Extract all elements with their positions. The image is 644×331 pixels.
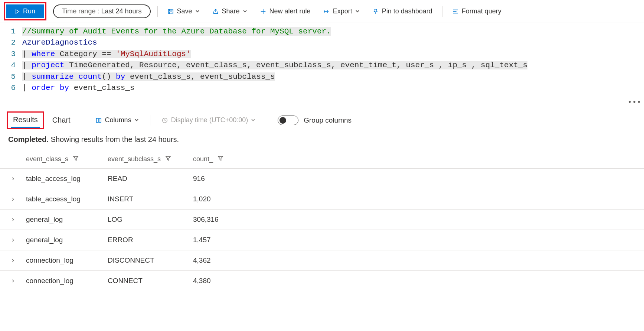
filter-icon[interactable]	[165, 155, 171, 163]
line-number: 5	[0, 71, 22, 82]
results-toolbar: Results Chart Columns Display time (UTC+…	[0, 109, 644, 129]
cell-event-subclass: LOG	[108, 215, 193, 224]
columns-label: Columns	[105, 116, 131, 124]
results-tab-highlight-box: Results	[7, 111, 44, 129]
group-columns-control: Group columns	[278, 116, 352, 125]
query-toolbar: Run Time range : Last 24 hours Save Shar…	[0, 0, 644, 23]
header-event-class: event_class_s	[26, 155, 68, 163]
expand-icon[interactable]: ›	[0, 256, 26, 264]
cell-event-subclass: ERROR	[108, 236, 193, 244]
new-alert-label: New alert rule	[269, 7, 311, 15]
table-row[interactable]: ›connection_logDISCONNECT4,362	[0, 250, 644, 271]
time-range-picker[interactable]: Time range : Last 24 hours	[53, 4, 150, 18]
header-count: count_	[193, 155, 213, 163]
cell-count: 306,316	[193, 215, 260, 224]
expand-icon[interactable]: ›	[0, 277, 26, 285]
svg-rect-4	[99, 118, 101, 122]
expand-icon[interactable]: ›	[0, 236, 26, 244]
pin-button[interactable]: Pin to dashboard	[369, 6, 435, 17]
run-label: Run	[23, 7, 35, 15]
svg-rect-2	[169, 12, 172, 13]
new-alert-button[interactable]: New alert rule	[257, 6, 314, 17]
cell-event-subclass: CONNECT	[108, 277, 193, 285]
more-menu[interactable]: • • •	[628, 98, 640, 106]
clock-icon	[161, 117, 168, 124]
save-icon	[167, 8, 174, 15]
header-event-subclass: event_subclass_s	[108, 155, 161, 163]
table-row[interactable]: ›connection_logCONNECT4,380	[0, 271, 644, 291]
table-row[interactable]: ›table_access_logREAD916	[0, 169, 644, 189]
cell-event-class: connection_log	[26, 256, 108, 265]
separator	[84, 115, 84, 126]
cell-count: 916	[193, 175, 260, 183]
display-time-button[interactable]: Display time (UTC+00:00)	[161, 116, 256, 124]
cell-count: 1,457	[193, 236, 260, 244]
expand-icon[interactable]: ›	[0, 215, 26, 223]
separator	[150, 115, 150, 126]
save-label: Save	[177, 7, 192, 15]
toggle-knob	[279, 117, 286, 124]
cell-event-class: connection_log	[26, 277, 108, 285]
cell-count: 4,362	[193, 256, 260, 265]
svg-rect-3	[96, 118, 98, 122]
play-icon	[15, 9, 20, 14]
svg-rect-1	[169, 9, 172, 11]
query-editor[interactable]: 1//Summary of Audit Events for the Azure…	[0, 23, 644, 109]
svg-rect-0	[168, 9, 173, 14]
columns-icon	[95, 117, 102, 124]
line-number: 1	[0, 26, 22, 37]
chevron-down-icon	[134, 116, 139, 124]
time-range-label: Time range :	[62, 7, 99, 15]
columns-button[interactable]: Columns	[95, 116, 139, 124]
separator	[157, 6, 158, 17]
save-button[interactable]: Save	[164, 6, 203, 17]
pin-label: Pin to dashboard	[382, 7, 432, 15]
cell-event-class: general_log	[26, 236, 108, 244]
cell-count: 1,020	[193, 195, 260, 203]
line-number: 4	[0, 60, 22, 71]
code-line: | summarize count() by event_class_s, ev…	[22, 71, 275, 82]
code-text: AzureDiagnostics	[22, 38, 97, 47]
cell-event-subclass: INSERT	[108, 195, 193, 203]
separator	[442, 6, 442, 17]
export-button[interactable]: Export	[320, 6, 363, 17]
code-comment: //Summary of Audit Events for the Azure …	[22, 27, 331, 36]
line-number: 6	[0, 82, 22, 94]
format-button[interactable]: Format query	[449, 6, 504, 17]
cell-event-class: table_access_log	[26, 195, 108, 203]
status-text: Completed. Showing results from the last…	[0, 129, 644, 150]
cell-event-subclass: READ	[108, 175, 193, 183]
filter-icon[interactable]	[73, 155, 79, 163]
code-line: | where Category == 'MySqlAuditLogs'	[22, 49, 191, 60]
status-completed: Completed	[8, 135, 46, 143]
expand-icon[interactable]: ›	[0, 195, 26, 203]
table-row[interactable]: ›general_logERROR1,457	[0, 230, 644, 250]
plus-icon	[260, 8, 267, 15]
run-button[interactable]: Run	[6, 4, 44, 18]
table-row[interactable]: ›table_access_logINSERT1,020	[0, 189, 644, 210]
chevron-down-icon	[355, 7, 360, 15]
group-columns-toggle[interactable]	[278, 116, 298, 125]
cell-event-class: table_access_log	[26, 175, 108, 183]
cell-count: 4,380	[193, 277, 260, 285]
status-detail: . Showing results from the last 24 hours…	[46, 135, 179, 143]
run-highlight-box: Run	[4, 2, 46, 20]
tab-results[interactable]: Results	[11, 113, 40, 128]
filter-icon[interactable]	[218, 155, 223, 163]
chevron-down-icon	[243, 7, 247, 15]
cell-event-class: general_log	[26, 215, 108, 224]
line-number: 3	[0, 49, 22, 60]
cell-event-subclass: DISCONNECT	[108, 256, 193, 265]
share-icon	[212, 8, 219, 15]
time-range-value: Last 24 hours	[101, 7, 141, 15]
display-time-label: Display time (UTC+00:00)	[171, 116, 248, 124]
line-number: 2	[0, 37, 22, 48]
share-button[interactable]: Share	[209, 6, 250, 17]
chevron-down-icon	[195, 7, 200, 15]
group-columns-label: Group columns	[304, 116, 352, 124]
table-header: event_class_s event_subclass_s count_	[0, 150, 644, 169]
table-row[interactable]: ›general_logLOG306,316	[0, 210, 644, 230]
tab-chart[interactable]: Chart	[50, 113, 73, 127]
expand-icon[interactable]: ›	[0, 175, 26, 182]
table-body: ›table_access_logREAD916›table_access_lo…	[0, 169, 644, 291]
